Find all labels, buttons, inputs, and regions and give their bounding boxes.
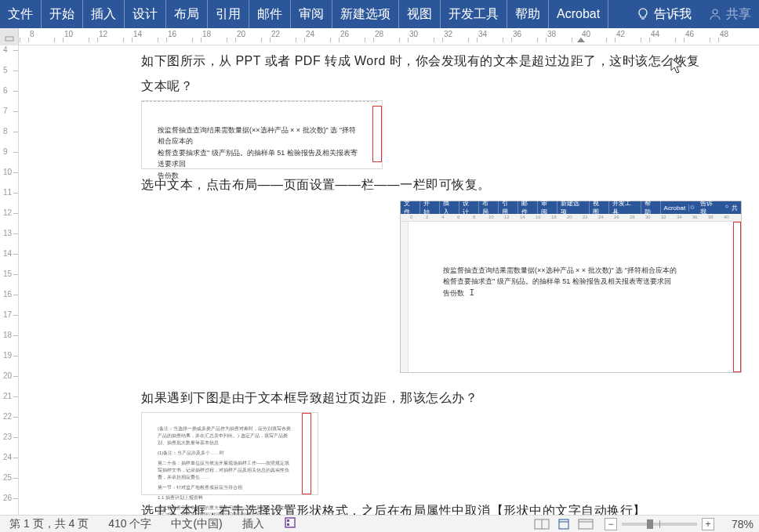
svg-rect-6 — [287, 519, 289, 522]
zoom-in-button[interactable]: + — [702, 518, 714, 530]
v-ruler-tick: 25 — [0, 478, 18, 489]
mini-ribbon-tab: Acrobat — [661, 204, 690, 212]
v-ruler-tick: 7 — [0, 111, 18, 122]
mini-ruler-tick: 22 — [583, 215, 588, 219]
v-ruler-tick: 5 — [0, 71, 18, 81]
view-web-layout-button[interactable] — [575, 517, 597, 531]
web-layout-icon — [578, 519, 594, 530]
v-ruler-tick: 17 — [0, 315, 18, 326]
ruler-corner-icon — [5, 32, 14, 42]
ribbon-tab-邮件[interactable]: 邮件 — [249, 0, 291, 28]
zoom-control: − + — [597, 518, 722, 530]
figure-text: (备注：当选择一类或多类产品作为抽查对象时，应分别填写各类产品的抽查结果，并在汇… — [158, 425, 291, 515]
status-page[interactable]: 第 1 页，共 4 页 — [0, 517, 99, 531]
mini-ruler-tick: 30 — [645, 215, 651, 219]
svg-rect-10 — [559, 519, 568, 529]
body-paragraph: 如下图所示，从 PPT 或者 PDF 转成 Word 时，你会发现有的文本是超过… — [141, 49, 704, 99]
mini-ruler-tick: 16 — [536, 215, 541, 219]
svg-rect-7 — [287, 523, 289, 526]
mini-ruler-tick: 12 — [504, 215, 510, 219]
share-button[interactable]: 共享 — [701, 0, 759, 28]
svg-rect-2 — [5, 37, 13, 41]
zoom-percent[interactable]: 78% — [722, 518, 759, 530]
overflow-highlight — [733, 222, 741, 372]
mini-ruler-tick: 26 — [614, 215, 619, 219]
mini-ruler-tick: 14 — [520, 215, 525, 219]
lightbulb-icon — [689, 204, 695, 211]
v-ruler-tick: 13 — [0, 233, 18, 244]
ribbon-tab-插入[interactable]: 插入 — [83, 0, 125, 28]
v-ruler-tick: 19 — [0, 356, 18, 367]
body-paragraph: 如果遇到下图是由于文本框导致超过页边距，那该怎么办？ — [141, 385, 704, 411]
zoom-slider-knob[interactable] — [647, 519, 653, 529]
ribbon-tab-审阅[interactable]: 审阅 — [291, 0, 332, 28]
mini-ruler-tick: 32 — [661, 215, 666, 219]
zoom-out-button[interactable]: − — [605, 518, 617, 530]
figure-text-line: 对监督抽查工作中发现的重大质量问题——应当及时向上级主管部门报告；对涉及其他部门… — [158, 505, 291, 515]
status-bar: 第 1 页，共 4 页 410 个字 中文(中国) 插入 − — [0, 515, 759, 532]
ribbon-tab-帮助[interactable]: 帮助 — [507, 0, 549, 28]
figure-text-line: 第一节：针对监产地检查项目应当符合相 — [158, 484, 291, 491]
indent-marker-right[interactable] — [577, 38, 585, 42]
v-ruler-tick: 21 — [0, 396, 18, 407]
ribbon-tab-文件[interactable]: 文件 — [0, 0, 42, 28]
v-ruler-tick: 18 — [0, 335, 18, 346]
status-word-count[interactable]: 410 个字 — [99, 517, 162, 531]
figure-text-line: 第二十条：抽样单位应当依法开展现场抽样工作——按照规定填写抽样文书，记录抽样过程… — [158, 460, 291, 481]
mini-ruler-tick: 40 — [724, 215, 729, 219]
mini-ruler-tick: 6 — [457, 215, 459, 219]
view-print-layout-button[interactable] — [553, 517, 575, 531]
document-area: 4567891011121314151617181920212223242526… — [0, 45, 759, 515]
view-read-mode-button[interactable] — [531, 517, 553, 531]
ribbon-tab-引用[interactable]: 引用 — [208, 0, 249, 28]
status-language[interactable]: 中文(中国) — [162, 517, 232, 531]
v-ruler-tick: 9 — [0, 152, 18, 163]
figure-2-mini-word: 文件开始插入设计布局引用邮件审阅新建选项视图开发工具帮助Acrobat 告诉我 … — [400, 201, 742, 373]
v-ruler-tick: 11 — [0, 193, 18, 204]
ribbon-tab-新建选项[interactable]: 新建选项 — [332, 0, 399, 28]
v-ruler-tick: 4 — [0, 50, 18, 61]
figure-guide-line — [142, 101, 377, 102]
vertical-ruler[interactable]: 4567891011121314151617181920212223242526 — [0, 45, 19, 515]
figure-3: (备注：当选择一类或多类产品作为抽查对象时，应分别填写各类产品的抽查结果，并在汇… — [141, 412, 318, 495]
mini-ruler-tick: 10 — [488, 215, 494, 219]
v-ruler-tick: 24 — [0, 458, 18, 469]
zoom-slider-midpoint — [659, 520, 660, 528]
svg-point-1 — [713, 9, 717, 14]
ribbon-tab-开始[interactable]: 开始 — [42, 0, 83, 28]
status-survey[interactable] — [274, 516, 307, 531]
mini-share: 共 — [732, 204, 741, 212]
ribbon-tab-Acrobat[interactable]: Acrobat — [549, 0, 608, 28]
share-label: 共享 — [726, 6, 751, 23]
zoom-slider[interactable] — [622, 523, 697, 526]
mini-ribbon: 文件开始插入设计布局引用邮件审阅新建选项视图开发工具帮助Acrobat 告诉我 … — [401, 201, 741, 214]
mini-ruler-tick: 38 — [708, 215, 714, 219]
ribbon-spacer — [608, 0, 627, 28]
mini-ruler-tick: 0 — [410, 215, 412, 219]
mini-ruler-tick: 2 — [426, 215, 428, 219]
status-insert-mode[interactable]: 插入 — [233, 517, 274, 531]
v-ruler-tick: 10 — [0, 172, 18, 183]
figure-text-line: (备注：当选择一类或多类产品作为抽查对象时，应分别填写各类产品的抽查结果，并在汇… — [158, 425, 291, 447]
text-cursor-icon: I — [464, 288, 474, 298]
v-ruler-tick: 6 — [0, 91, 18, 102]
page-canvas[interactable]: 如下图所示，从 PPT 或者 PDF 转成 Word 时，你会发现有的文本是超过… — [19, 45, 759, 515]
v-ruler-tick: 20 — [0, 376, 18, 387]
tell-me-label: 告诉我 — [654, 6, 692, 23]
figure-text: 按监督抽查查询结果需数量据(××选种产品 × × 批次数)" 选 "择符相合应本… — [158, 125, 361, 181]
ribbon-tab-视图[interactable]: 视图 — [399, 0, 441, 28]
ribbon-tab-布局[interactable]: 布局 — [166, 0, 208, 28]
horizontal-ruler[interactable]: 8101214161820222426283032343638404244464… — [0, 28, 759, 45]
person-icon — [724, 204, 730, 211]
mini-h-ruler: 0246810121416182022242628303234363840 — [401, 214, 741, 222]
lightbulb-icon — [637, 8, 649, 20]
tell-me-search[interactable]: 告诉我 — [627, 0, 701, 28]
mini-ruler-tick: 28 — [630, 215, 635, 219]
ribbon-tab-设计[interactable]: 设计 — [125, 0, 166, 28]
svg-point-3 — [691, 206, 694, 209]
ruler-corner — [0, 28, 19, 45]
v-ruler-tick: 8 — [0, 132, 18, 143]
overflow-highlight — [302, 413, 311, 494]
mini-ruler-tick: 20 — [567, 215, 572, 219]
ribbon-tab-开发工具[interactable]: 开发工具 — [441, 0, 507, 28]
